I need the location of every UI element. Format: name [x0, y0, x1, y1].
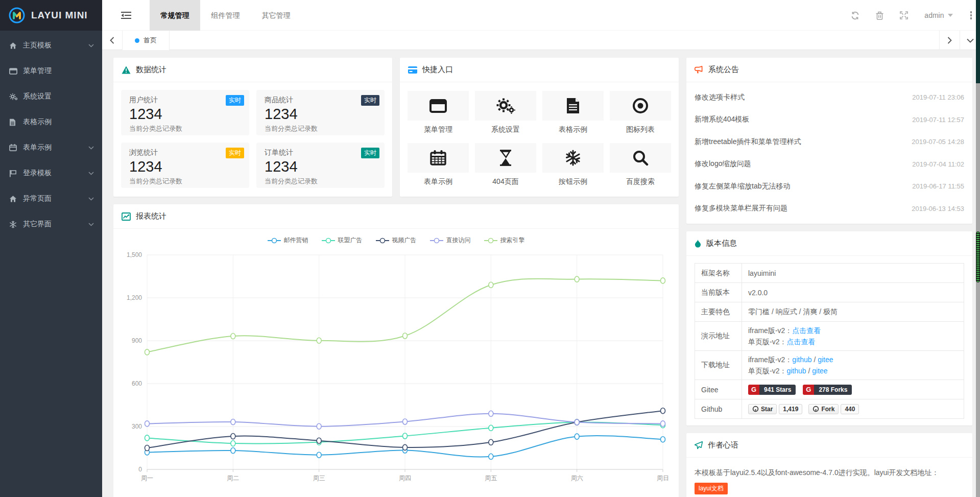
sidebar-item-system-settings[interactable]: 系统设置 [0, 84, 102, 109]
legend-item[interactable]: 视频广告 [376, 236, 417, 245]
brand-logo[interactable]: LAYUI MINI [0, 0, 102, 31]
refresh-icon[interactable] [851, 11, 859, 20]
stat-card-goods: 商品统计 实时 1234 当前分类总记录数 [256, 90, 385, 135]
window-icon [408, 91, 469, 121]
shortcut-table-examples[interactable]: 表格示例 [542, 91, 604, 134]
version-row-label: Gitee [695, 380, 742, 399]
github-fork-count[interactable]: 440 [841, 404, 859, 414]
shortcut-menu-management[interactable]: 菜单管理 [408, 91, 469, 134]
shortcut-baidu-search[interactable]: 百度搜索 [610, 143, 671, 186]
panel-title: 数据统计 [136, 65, 166, 75]
layui-doc-badge[interactable]: layui文档 [695, 483, 728, 494]
realtime-badge[interactable]: 实时 [361, 148, 379, 158]
sidebar-item-label: 异常页面 [21, 194, 88, 203]
shortcut-404-page[interactable]: 404页面 [475, 143, 536, 186]
dot-circle-icon [610, 91, 671, 121]
sidebar-item-error-pages[interactable]: 异常页面 [0, 186, 102, 211]
demo-iframe-link[interactable]: 点击查看 [792, 326, 821, 335]
left-column: 数据统计 用户统计 实时 1234 当前分类总记录数 商品统计 实时 1234 [113, 58, 679, 497]
version-row-label: 当前版本 [695, 283, 742, 302]
download-gitee-link[interactable]: gitee [812, 367, 827, 375]
tab-home[interactable]: 首页 [123, 31, 170, 50]
sidebar-item-table-examples[interactable]: 表格示例 [0, 109, 102, 135]
announcement-row[interactable]: 新增系统404模板 2019-07-11 12:57 [695, 109, 964, 131]
chart-legend: 邮件营销联盟广告视频广告直接访问搜索引擎 [113, 229, 679, 246]
shortcut-button-examples[interactable]: 按钮示例 [542, 143, 604, 186]
shortcut-icon-list[interactable]: 图标列表 [610, 91, 671, 134]
download-github-link[interactable]: github [786, 367, 806, 375]
sidebar-item-login-templates[interactable]: 登录模板 [0, 160, 102, 186]
main-content: 数据统计 用户统计 实时 1234 当前分类总记录数 商品统计 实时 1234 [102, 50, 980, 497]
tab-home-label: 首页 [144, 36, 157, 45]
top-nav-other[interactable]: 其它管理 [251, 0, 301, 31]
announcement-row[interactable]: 新增treetable插件和菜单管理样式 2019-07-05 14:28 [695, 131, 964, 153]
sidebar-item-other-ui[interactable]: 其它界面 [0, 211, 102, 237]
shortcut-form-examples[interactable]: 表单示例 [408, 143, 469, 186]
legend-item[interactable]: 直接访问 [430, 236, 471, 245]
sidebar-item-label: 系统设置 [21, 92, 94, 101]
top-nav-general[interactable]: 常规管理 [150, 0, 200, 31]
panel-quick-entry: 快捷入口 菜单管理 系统设置 [400, 58, 679, 197]
stat-value: 1234 [265, 158, 376, 175]
legend-item[interactable]: 邮件营销 [268, 236, 308, 245]
home-icon [9, 42, 21, 50]
right-column: 系统公告 修改选项卡样式 2019-07-11 23:06 新增系统404模板 … [686, 58, 972, 497]
realtime-badge[interactable]: 实时 [226, 148, 244, 158]
realtime-badge[interactable]: 实时 [226, 95, 244, 106]
sidebar-item-home-templates[interactable]: 主页模板 [0, 33, 102, 58]
svg-text:周四: 周四 [399, 475, 411, 482]
scrollbar-track[interactable] [976, 83, 980, 497]
legend-item[interactable]: 搜索引擎 [484, 236, 525, 245]
download-gitee-link[interactable]: gitee [818, 356, 833, 364]
announcement-date: 2019-07-05 14:28 [912, 138, 964, 146]
version-row-label: 下载地址 [695, 351, 742, 380]
realtime-badge[interactable]: 实时 [361, 95, 379, 106]
demo-single-link[interactable]: 点击查看 [786, 338, 815, 346]
gitee-forks-badge[interactable]: G278 Forks [803, 385, 852, 395]
svg-text:周一: 周一 [141, 475, 153, 482]
svg-text:600: 600 [132, 380, 142, 387]
calendar-icon [408, 143, 469, 173]
legend-item[interactable]: 联盟广告 [322, 236, 363, 245]
gitee-stars-badge[interactable]: G941 Stars [748, 385, 796, 395]
line-chart-icon [122, 212, 131, 221]
sidebar-item-menu-management[interactable]: 菜单管理 [0, 58, 102, 84]
top-nav-components[interactable]: 组件管理 [200, 0, 251, 31]
user-menu[interactable]: admin [924, 11, 952, 19]
tabs-scroll-left-button[interactable] [102, 31, 123, 50]
shortcut-system-settings[interactable]: 系统设置 [475, 91, 536, 134]
announcement-row[interactable]: 修复多模块菜单栏展开有问题 2019-06-13 14:53 [695, 198, 964, 220]
announcement-text: 修改logo缩放问题 [695, 159, 751, 169]
fullscreen-icon[interactable] [900, 11, 908, 19]
main-features: 零门槛 / 响应式 / 清爽 / 极简 [742, 302, 964, 322]
snowflake-icon [9, 221, 21, 228]
stat-desc: 当前分类总记录数 [129, 177, 241, 186]
panel-title: 版本信息 [706, 239, 737, 248]
github-star-button[interactable]: Star [748, 404, 777, 414]
github-star-count[interactable]: 1,419 [779, 404, 802, 414]
svg-text:周二: 周二 [227, 475, 239, 482]
sidebar-item-form-examples[interactable]: 表单示例 [0, 135, 102, 160]
announcement-row[interactable]: 修复左侧菜单缩放tab无法移动 2019-06-17 11:55 [695, 175, 964, 198]
svg-text:周六: 周六 [571, 475, 583, 482]
window-icon [9, 68, 21, 75]
chevron-down-icon [88, 146, 94, 150]
more-options-icon[interactable] [969, 9, 973, 21]
panel-title: 系统公告 [708, 65, 739, 75]
github-fork-button[interactable]: Fork [808, 404, 839, 414]
clear-cache-icon[interactable] [876, 11, 883, 20]
report-chart[interactable]: 03006009001,2001,500周一周二周三周四周五周六周日 [113, 246, 679, 490]
collapse-sidebar-button[interactable] [102, 0, 150, 31]
scrollbar-thumb[interactable] [976, 231, 980, 282]
announcement-row[interactable]: 修改选项卡样式 2019-07-11 23:06 [695, 86, 964, 109]
svg-text:0: 0 [138, 466, 142, 473]
tabs-scroll-right-button[interactable] [939, 31, 960, 50]
top-nav: 常规管理 组件管理 其它管理 [150, 0, 301, 31]
announcement-date: 2019-06-13 14:53 [912, 205, 964, 212]
download-github-link[interactable]: github [792, 356, 811, 364]
gitee-icon: G [803, 385, 814, 395]
announcement-row[interactable]: 修改logo缩放问题 2019-07-04 11:02 [695, 153, 964, 176]
header-actions: admin [851, 0, 973, 31]
layuimini-app: LAYUI MINI 主页模板 菜单管理 [0, 0, 980, 497]
announcement-text: 新增系统404模板 [695, 115, 749, 124]
